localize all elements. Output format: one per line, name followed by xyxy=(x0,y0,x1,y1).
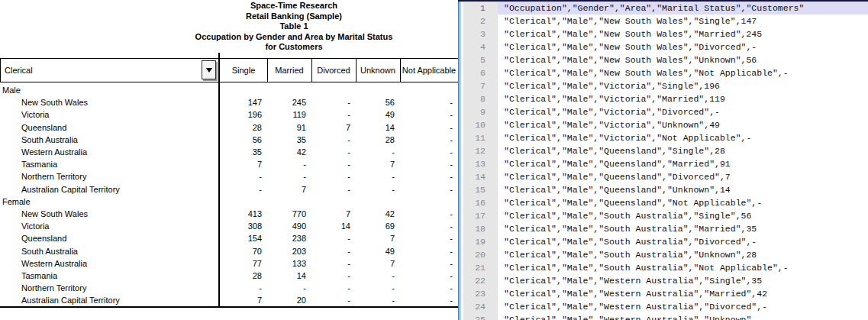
csv-line-text[interactable]: "Clerical","Male","South Australia","Unk… xyxy=(498,248,868,261)
value-cell: 245 xyxy=(267,98,311,107)
table-row: Australian Capital Territory720--- xyxy=(0,294,458,306)
csv-line: 6"Clerical","Male","New South Wales","No… xyxy=(463,66,868,79)
table-row: Western Australia3542--- xyxy=(0,146,458,158)
report-table-body: MaleNew South Wales147245-56-Victoria196… xyxy=(0,84,458,306)
csv-line: 23"Clerical","Male","Western Australia",… xyxy=(463,287,868,300)
csv-line: 14"Clerical","Male","Queensland","Divorc… xyxy=(463,170,868,183)
value-cell: 154 xyxy=(220,234,267,243)
value-cell: 28 xyxy=(220,123,267,132)
csv-line-text[interactable]: "Clerical","Male","Queensland","Unknown"… xyxy=(498,183,868,196)
occupation-dropdown[interactable]: Clerical xyxy=(0,59,218,82)
column-header-unknown: Unknown xyxy=(356,59,400,82)
csv-line-text[interactable]: "Clerical","Male","Victoria","Unknown",4… xyxy=(498,118,868,131)
value-cell: - xyxy=(400,135,458,144)
value-cell: 196 xyxy=(220,110,267,119)
value-cell: - xyxy=(267,172,311,181)
report-title-line: for Customers xyxy=(65,42,523,53)
csv-line-text[interactable]: "Clerical","Male","South Australia","Not… xyxy=(498,261,868,274)
value-cell: - xyxy=(311,185,356,194)
value-cell: - xyxy=(356,172,400,181)
table-row: Australian Capital Territory-7--- xyxy=(0,183,458,196)
csv-line: 1"Occupation","Gender","Area","Marital S… xyxy=(463,2,868,15)
csv-line-text[interactable]: "Clerical","Male","Victoria","Not Applic… xyxy=(498,131,868,144)
value-cell: 238 xyxy=(267,234,311,243)
csv-line-text[interactable]: "Clerical","Male","South Australia","Sin… xyxy=(498,209,868,222)
value-cell: - xyxy=(220,185,267,194)
report-title-line: Table 1 xyxy=(65,21,523,32)
csv-line-text[interactable]: "Clerical","Male","New South Wales","Unk… xyxy=(498,53,868,66)
csv-line-text[interactable]: "Clerical","Male","New South Wales","Mar… xyxy=(498,27,868,40)
line-number: 6 xyxy=(463,66,498,79)
csv-line: 11"Clerical","Male","Victoria","Not Appl… xyxy=(463,131,868,144)
table-row: Tasmania2814--- xyxy=(0,270,458,282)
line-number: 21 xyxy=(463,261,498,274)
csv-line-text[interactable]: "Clerical","Male","Western Australia","S… xyxy=(498,274,868,287)
csv-line-text[interactable]: "Clerical","Male","New South Wales","Not… xyxy=(498,66,868,79)
value-cell: - xyxy=(311,98,356,107)
csv-line-text[interactable]: "Clerical","Male","Victoria","Single",19… xyxy=(498,79,868,92)
csv-line-text[interactable]: "Clerical","Male","Queensland","Divorced… xyxy=(498,170,868,183)
gender-section-label: Male xyxy=(0,86,220,95)
value-cell: - xyxy=(400,271,458,280)
area-row-label: Western Australia xyxy=(0,147,220,157)
value-cell: - xyxy=(356,147,400,157)
value-cell: - xyxy=(220,283,267,293)
value-cell: 7 xyxy=(356,160,400,169)
csv-line-text[interactable]: "Clerical","Male","Victoria","Married",1… xyxy=(498,92,868,105)
value-cell: - xyxy=(356,271,400,280)
dropdown-arrow-button[interactable] xyxy=(202,60,216,79)
csv-line: 8"Clerical","Male","Victoria","Married",… xyxy=(463,92,868,105)
area-row-label: Queensland xyxy=(0,123,220,132)
csv-line-text[interactable]: "Clerical","Male","Queensland","Married"… xyxy=(498,157,868,170)
line-number: 25 xyxy=(463,313,498,320)
panel-left-border xyxy=(458,0,460,320)
line-number: 19 xyxy=(463,235,498,248)
csv-line-text[interactable]: "Occupation","Gender","Area","Marital St… xyxy=(498,2,868,15)
value-cell: 7 xyxy=(311,209,356,218)
csv-line: 13"Clerical","Male","Queensland","Marrie… xyxy=(463,157,868,170)
table-row: Western Australia77133-7- xyxy=(0,257,458,270)
csv-line-text[interactable]: "Clerical","Male","South Australia","Div… xyxy=(498,235,868,248)
csv-line-text[interactable]: "Clerical","Male","Queensland","Not Appl… xyxy=(498,196,868,209)
value-cell: - xyxy=(400,160,458,169)
table-row: South Australia70203-49- xyxy=(0,244,458,257)
table-row: Victoria3084901469- xyxy=(0,220,458,232)
value-cell: - xyxy=(400,123,458,132)
value-cell: 119 xyxy=(267,110,311,119)
value-cell: - xyxy=(400,98,458,107)
value-cell: - xyxy=(267,283,311,293)
csv-line-text[interactable]: "Clerical","Male","New South Wales","Sin… xyxy=(498,15,868,27)
table-row: New South Wales413770742- xyxy=(0,208,458,220)
value-cell: 7 xyxy=(356,259,400,268)
value-cell: 413 xyxy=(220,209,267,218)
area-row-label: Queensland xyxy=(0,234,220,243)
csv-line: 3"Clerical","Male","New South Wales","Ma… xyxy=(463,27,868,40)
csv-line-text[interactable]: "Clerical","Male","South Australia","Mar… xyxy=(498,222,868,235)
line-number: 17 xyxy=(463,209,498,222)
csv-line-text[interactable]: "Clerical","Male","Western Australia","U… xyxy=(498,313,868,320)
line-number: 7 xyxy=(463,79,498,92)
csv-line: 25"Clerical","Male","Western Australia",… xyxy=(463,313,868,320)
gender-section-label: Female xyxy=(0,197,220,206)
panel-top-border xyxy=(458,0,868,2)
area-row-label: South Australia xyxy=(0,247,220,256)
csv-line-text[interactable]: "Clerical","Male","Western Australia","D… xyxy=(498,300,868,313)
csv-line-text[interactable]: "Clerical","Male","Queensland","Single",… xyxy=(498,144,868,157)
line-number: 14 xyxy=(463,170,498,183)
value-cell: 42 xyxy=(356,209,400,218)
area-row-label: Northern Territory xyxy=(0,283,220,293)
value-cell: - xyxy=(311,110,356,119)
value-cell: - xyxy=(220,172,267,181)
area-row-label: Victoria xyxy=(0,110,220,119)
csv-line-text[interactable]: "Clerical","Male","New South Wales","Div… xyxy=(498,40,868,53)
report-title-line: Occupation by Gender and Area by Marital… xyxy=(65,32,523,43)
csv-line-text[interactable]: "Clerical","Male","Victoria","Divorced",… xyxy=(498,105,868,118)
csv-line-text[interactable]: "Clerical","Male","Western Australia","M… xyxy=(498,287,868,300)
value-cell: - xyxy=(311,296,356,305)
value-cell: 308 xyxy=(220,221,267,231)
editor-text-area[interactable]: 1"Occupation","Gender","Area","Marital S… xyxy=(463,2,868,320)
line-number: 8 xyxy=(463,92,498,105)
value-cell: - xyxy=(311,247,356,256)
value-cell: 69 xyxy=(356,221,400,231)
header-bottom-rule xyxy=(0,82,458,82)
